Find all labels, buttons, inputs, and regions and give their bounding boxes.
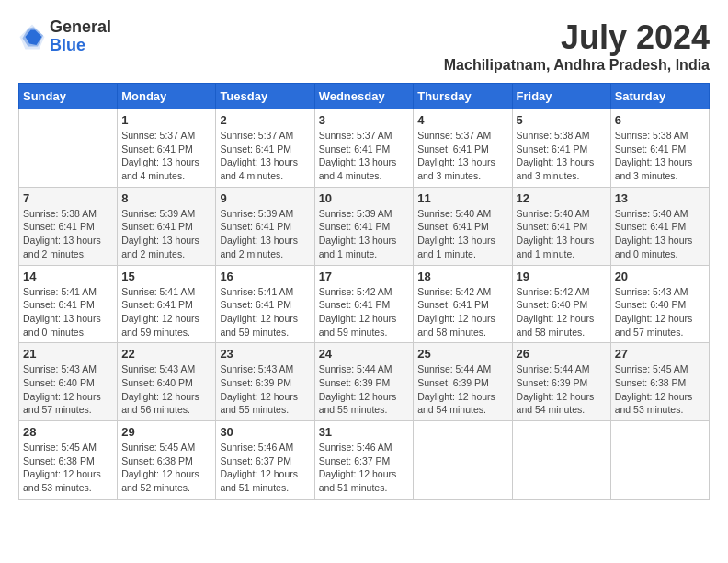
- day-number: 2: [220, 113, 310, 127]
- calendar-cell: 11Sunrise: 5:40 AM Sunset: 6:41 PM Dayli…: [414, 187, 512, 265]
- day-info: Sunrise: 5:45 AM Sunset: 6:38 PM Dayligh…: [121, 441, 211, 495]
- calendar-cell: 31Sunrise: 5:46 AM Sunset: 6:37 PM Dayli…: [314, 421, 414, 500]
- calendar-week-1: 1Sunrise: 5:37 AM Sunset: 6:41 PM Daylig…: [19, 109, 710, 188]
- calendar-cell: 4Sunrise: 5:37 AM Sunset: 6:41 PM Daylig…: [414, 109, 512, 188]
- calendar-cell: 30Sunrise: 5:46 AM Sunset: 6:37 PM Dayli…: [216, 421, 314, 500]
- calendar-table: SundayMondayTuesdayWednesdayThursdayFrid…: [18, 83, 710, 500]
- calendar-body: 1Sunrise: 5:37 AM Sunset: 6:41 PM Daylig…: [19, 109, 710, 500]
- day-number: 23: [220, 347, 310, 361]
- day-number: 6: [615, 113, 705, 127]
- day-number: 30: [220, 425, 310, 439]
- header-cell-friday: Friday: [512, 84, 610, 109]
- day-info: Sunrise: 5:43 AM Sunset: 6:40 PM Dayligh…: [615, 285, 705, 339]
- day-number: 26: [517, 347, 607, 361]
- day-info: Sunrise: 5:40 AM Sunset: 6:41 PM Dayligh…: [615, 207, 705, 261]
- day-number: 17: [319, 270, 410, 283]
- calendar-week-2: 7Sunrise: 5:38 AM Sunset: 6:41 PM Daylig…: [19, 187, 710, 265]
- calendar-cell: 20Sunrise: 5:43 AM Sunset: 6:40 PM Dayli…: [610, 265, 709, 343]
- day-info: Sunrise: 5:44 AM Sunset: 6:39 PM Dayligh…: [417, 362, 507, 417]
- calendar-cell: 5Sunrise: 5:38 AM Sunset: 6:41 PM Daylig…: [512, 109, 610, 188]
- calendar-cell: 7Sunrise: 5:38 AM Sunset: 6:41 PM Daylig…: [19, 187, 118, 265]
- day-number: 16: [220, 270, 310, 283]
- day-info: Sunrise: 5:46 AM Sunset: 6:37 PM Dayligh…: [319, 441, 410, 495]
- day-info: Sunrise: 5:45 AM Sunset: 6:38 PM Dayligh…: [615, 362, 705, 417]
- day-number: 20: [615, 270, 705, 283]
- day-number: 5: [517, 113, 607, 127]
- day-number: 9: [220, 191, 310, 205]
- day-number: 28: [23, 425, 113, 439]
- day-number: 11: [417, 191, 507, 205]
- day-info: Sunrise: 5:41 AM Sunset: 6:41 PM Dayligh…: [23, 285, 113, 339]
- logo-blue: Blue: [50, 37, 111, 55]
- calendar-cell: 12Sunrise: 5:40 AM Sunset: 6:41 PM Dayli…: [512, 187, 610, 265]
- calendar-cell: 2Sunrise: 5:37 AM Sunset: 6:41 PM Daylig…: [216, 109, 314, 188]
- header-cell-wednesday: Wednesday: [314, 84, 414, 109]
- calendar-cell: 26Sunrise: 5:44 AM Sunset: 6:39 PM Dayli…: [512, 343, 610, 421]
- logo: General Blue: [18, 18, 111, 55]
- calendar-cell: [512, 421, 610, 500]
- day-info: Sunrise: 5:42 AM Sunset: 6:40 PM Dayligh…: [517, 285, 607, 339]
- calendar-cell: 17Sunrise: 5:42 AM Sunset: 6:41 PM Dayli…: [314, 265, 414, 343]
- calendar-cell: 14Sunrise: 5:41 AM Sunset: 6:41 PM Dayli…: [19, 265, 118, 343]
- calendar-cell: 21Sunrise: 5:43 AM Sunset: 6:40 PM Dayli…: [19, 343, 118, 421]
- calendar-cell: 29Sunrise: 5:45 AM Sunset: 6:38 PM Dayli…: [118, 421, 216, 500]
- day-info: Sunrise: 5:43 AM Sunset: 6:39 PM Dayligh…: [220, 362, 310, 417]
- day-number: 18: [417, 270, 507, 283]
- day-info: Sunrise: 5:41 AM Sunset: 6:41 PM Dayligh…: [220, 285, 310, 339]
- calendar-cell: 23Sunrise: 5:43 AM Sunset: 6:39 PM Dayli…: [216, 343, 314, 421]
- day-number: 12: [517, 191, 607, 205]
- month-year-title: July 2024: [444, 18, 710, 57]
- day-number: 3: [319, 113, 410, 127]
- day-info: Sunrise: 5:44 AM Sunset: 6:39 PM Dayligh…: [319, 362, 410, 417]
- calendar-cell: 9Sunrise: 5:39 AM Sunset: 6:41 PM Daylig…: [216, 187, 314, 265]
- day-info: Sunrise: 5:46 AM Sunset: 6:37 PM Dayligh…: [220, 441, 310, 495]
- day-info: Sunrise: 5:41 AM Sunset: 6:41 PM Dayligh…: [121, 285, 211, 339]
- calendar-cell: 16Sunrise: 5:41 AM Sunset: 6:41 PM Dayli…: [216, 265, 314, 343]
- day-number: 1: [121, 113, 211, 127]
- header-cell-monday: Monday: [118, 84, 216, 109]
- calendar-week-5: 28Sunrise: 5:45 AM Sunset: 6:38 PM Dayli…: [19, 421, 710, 500]
- calendar-cell: 3Sunrise: 5:37 AM Sunset: 6:41 PM Daylig…: [314, 109, 414, 188]
- day-number: 4: [417, 113, 507, 127]
- header-cell-tuesday: Tuesday: [216, 84, 314, 109]
- day-info: Sunrise: 5:39 AM Sunset: 6:41 PM Dayligh…: [319, 207, 410, 261]
- day-info: Sunrise: 5:38 AM Sunset: 6:41 PM Dayligh…: [23, 207, 113, 261]
- calendar-cell: 19Sunrise: 5:42 AM Sunset: 6:40 PM Dayli…: [512, 265, 610, 343]
- header-cell-sunday: Sunday: [19, 84, 118, 109]
- calendar-cell: 8Sunrise: 5:39 AM Sunset: 6:41 PM Daylig…: [118, 187, 216, 265]
- calendar-header: SundayMondayTuesdayWednesdayThursdayFrid…: [19, 84, 710, 109]
- day-info: Sunrise: 5:42 AM Sunset: 6:41 PM Dayligh…: [417, 285, 507, 339]
- calendar-cell: 28Sunrise: 5:45 AM Sunset: 6:38 PM Dayli…: [19, 421, 118, 500]
- logo-text: General Blue: [50, 18, 111, 55]
- day-info: Sunrise: 5:39 AM Sunset: 6:41 PM Dayligh…: [121, 207, 211, 261]
- day-number: 7: [23, 191, 113, 205]
- calendar-cell: 27Sunrise: 5:45 AM Sunset: 6:38 PM Dayli…: [610, 343, 709, 421]
- logo-general: General: [50, 18, 111, 37]
- day-info: Sunrise: 5:40 AM Sunset: 6:41 PM Dayligh…: [417, 207, 507, 261]
- calendar-week-3: 14Sunrise: 5:41 AM Sunset: 6:41 PM Dayli…: [19, 265, 710, 343]
- calendar-cell: 25Sunrise: 5:44 AM Sunset: 6:39 PM Dayli…: [414, 343, 512, 421]
- calendar-cell: 18Sunrise: 5:42 AM Sunset: 6:41 PM Dayli…: [414, 265, 512, 343]
- day-number: 31: [319, 425, 410, 439]
- day-info: Sunrise: 5:37 AM Sunset: 6:41 PM Dayligh…: [121, 129, 211, 183]
- day-number: 14: [23, 270, 113, 283]
- calendar-cell: 6Sunrise: 5:38 AM Sunset: 6:41 PM Daylig…: [610, 109, 709, 188]
- day-info: Sunrise: 5:40 AM Sunset: 6:41 PM Dayligh…: [517, 207, 607, 261]
- calendar-cell: [414, 421, 512, 500]
- day-number: 22: [121, 347, 211, 361]
- day-number: 27: [615, 347, 705, 361]
- day-info: Sunrise: 5:38 AM Sunset: 6:41 PM Dayligh…: [517, 129, 607, 183]
- day-info: Sunrise: 5:37 AM Sunset: 6:41 PM Dayligh…: [220, 129, 310, 183]
- calendar-cell: 13Sunrise: 5:40 AM Sunset: 6:41 PM Dayli…: [610, 187, 709, 265]
- day-info: Sunrise: 5:39 AM Sunset: 6:41 PM Dayligh…: [220, 207, 310, 261]
- calendar-week-4: 21Sunrise: 5:43 AM Sunset: 6:40 PM Dayli…: [19, 343, 710, 421]
- header-cell-thursday: Thursday: [414, 84, 512, 109]
- logo-icon: [18, 23, 46, 51]
- day-number: 29: [121, 425, 211, 439]
- day-info: Sunrise: 5:44 AM Sunset: 6:39 PM Dayligh…: [517, 362, 607, 417]
- day-info: Sunrise: 5:43 AM Sunset: 6:40 PM Dayligh…: [121, 362, 211, 417]
- day-number: 19: [517, 270, 607, 283]
- calendar-cell: 1Sunrise: 5:37 AM Sunset: 6:41 PM Daylig…: [118, 109, 216, 188]
- calendar-cell: 22Sunrise: 5:43 AM Sunset: 6:40 PM Dayli…: [118, 343, 216, 421]
- day-number: 24: [319, 347, 410, 361]
